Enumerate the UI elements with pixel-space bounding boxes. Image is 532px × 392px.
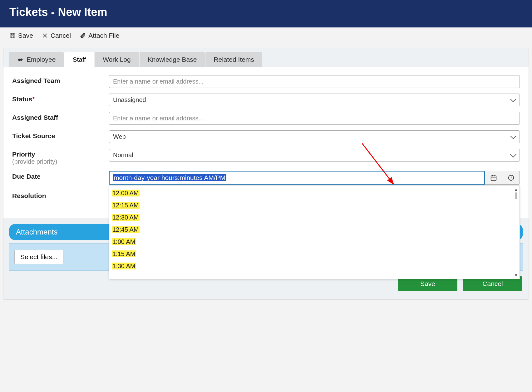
- status-label: Status*: [12, 94, 109, 103]
- content-area: Employee Staff Work Log Knowledge Base R…: [3, 48, 529, 300]
- tab-knowledge-base[interactable]: Knowledge Base: [140, 52, 205, 67]
- time-option[interactable]: 12:30 AM: [109, 211, 520, 224]
- tab-work-log[interactable]: Work Log: [95, 52, 139, 67]
- svg-rect-1: [11, 33, 14, 35]
- assigned-team-label: Assigned Team: [12, 75, 109, 85]
- svg-rect-2: [11, 36, 14, 38]
- handshake-icon: [17, 56, 25, 63]
- time-dropdown: 12:00 AM12:15 AM12:30 AM12:45 AM1:00 AM1…: [109, 186, 520, 279]
- tab-kb-label: Knowledge Base: [148, 56, 197, 63]
- tab-employee[interactable]: Employee: [9, 52, 64, 67]
- assigned-staff-input[interactable]: [109, 112, 520, 125]
- ticket-source-label: Ticket Source: [12, 130, 109, 140]
- svg-rect-5: [491, 176, 496, 181]
- priority-label: Priority (provide priority): [12, 149, 109, 165]
- tab-bar: Employee Staff Work Log Knowledge Base R…: [9, 52, 529, 67]
- tab-related-items[interactable]: Related Items: [205, 52, 262, 67]
- time-option[interactable]: 12:00 AM: [109, 187, 520, 199]
- due-date-input[interactable]: month-day-year hours:minutes AM/PM: [109, 171, 485, 185]
- select-files-button[interactable]: Select files...: [14, 250, 63, 264]
- ticket-source-select[interactable]: Web: [109, 130, 520, 143]
- page-title: Tickets - New Item: [9, 6, 523, 19]
- tab-employee-label: Employee: [27, 56, 56, 63]
- cancel-label: Cancel: [51, 32, 71, 39]
- scroll-thumb[interactable]: [515, 192, 517, 199]
- priority-hint: (provide priority): [12, 158, 109, 165]
- dropdown-scrollbar[interactable]: ▲ ▼: [513, 187, 519, 278]
- time-option[interactable]: 12:45 AM: [109, 224, 520, 236]
- save-icon: [9, 32, 16, 39]
- tab-staff[interactable]: Staff: [64, 52, 94, 67]
- save-button[interactable]: Save: [9, 32, 33, 39]
- time-option[interactable]: 1:30 AM: [109, 260, 520, 272]
- staff-panel: Assigned Team Status* Unassigned Assigne…: [3, 67, 529, 218]
- attachments-title: Attachments: [16, 228, 57, 236]
- tab-work-log-label: Work Log: [103, 56, 131, 63]
- close-icon: [42, 32, 48, 39]
- assigned-team-input[interactable]: [109, 75, 520, 88]
- priority-select[interactable]: Normal: [109, 149, 520, 162]
- clock-icon: [508, 174, 515, 181]
- tab-related-label: Related Items: [214, 56, 254, 63]
- time-option[interactable]: 1:15 AM: [109, 248, 520, 260]
- date-picker-button[interactable]: [485, 171, 502, 185]
- tab-staff-label: Staff: [72, 56, 86, 63]
- time-option-list: 12:00 AM12:15 AM12:30 AM12:45 AM1:00 AM1…: [109, 186, 520, 273]
- time-option[interactable]: 1:00 AM: [109, 236, 520, 248]
- scroll-up-icon[interactable]: ▲: [514, 187, 518, 192]
- save-label: Save: [18, 32, 33, 39]
- time-option[interactable]: 12:15 AM: [109, 199, 520, 211]
- paperclip-icon: [80, 32, 86, 39]
- resolution-label: Resolution: [12, 190, 109, 200]
- toolbar: Save Cancel Attach File: [0, 27, 532, 44]
- calendar-icon: [490, 174, 497, 181]
- attach-label: Attach File: [88, 32, 119, 39]
- svg-line-11: [511, 178, 512, 178]
- due-date-label: Due Date: [12, 171, 109, 180]
- assigned-staff-label: Assigned Staff: [12, 112, 109, 121]
- status-select[interactable]: Unassigned: [109, 94, 520, 106]
- time-picker-button[interactable]: [502, 171, 520, 185]
- title-bar: Tickets - New Item: [0, 0, 532, 27]
- required-mark: *: [32, 95, 35, 103]
- cancel-button[interactable]: Cancel: [42, 32, 71, 39]
- scroll-down-icon[interactable]: ▼: [514, 273, 518, 278]
- due-date-placeholder: month-day-year hours:minutes AM/PM: [113, 174, 226, 181]
- attach-file-button[interactable]: Attach File: [80, 32, 119, 39]
